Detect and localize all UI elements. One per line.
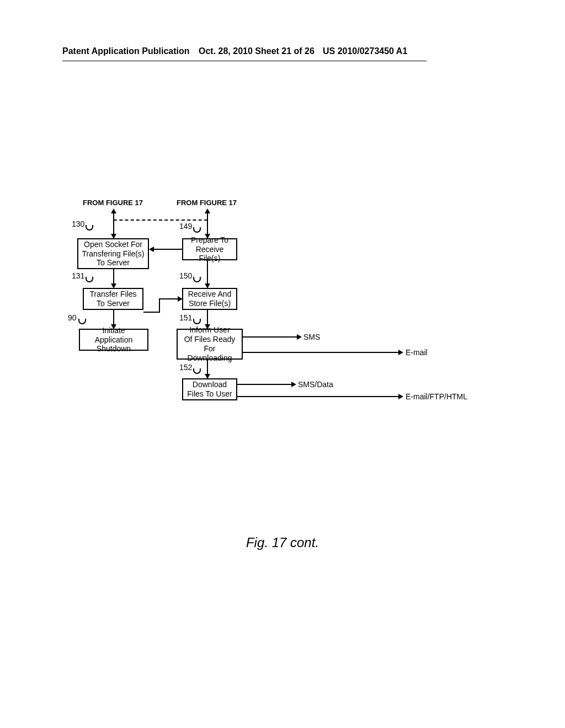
header-pubnum: US 2010/0273450 A1 <box>323 46 407 56</box>
box-text: Open Socket For Transfering File(s) To S… <box>82 240 144 267</box>
box-text: Download Files To User <box>187 380 232 399</box>
box-shutdown: Initiate Application Shutdown <box>79 329 148 351</box>
vline-131-90 <box>113 310 114 325</box>
arrowhead-152-emailftp <box>398 394 403 399</box>
box-inform-user: Inform User Of Files Ready For Downloadi… <box>177 329 243 360</box>
box-transfer-files: Transfer Files To Server <box>83 288 143 310</box>
box-text: Initiate Application Shutdown <box>83 326 144 354</box>
vline-131-150 <box>159 298 160 313</box>
arrowhead-131-150 <box>178 296 183 302</box>
dashed-connector <box>114 220 207 221</box>
arrowhead-152-smsdata <box>291 382 296 387</box>
hook-150 <box>193 277 201 282</box>
hline-151-email <box>243 352 399 353</box>
header-date-sheet: Oct. 28, 2010 Sheet 21 of 26 <box>199 46 315 56</box>
label-smsdata: SMS/Data <box>298 380 333 389</box>
vline-to-130 <box>113 220 114 235</box>
ref-152: 152 <box>179 363 192 372</box>
box-receive-store: Receive And Store File(s) <box>182 288 237 310</box>
vline-to-149 <box>207 220 208 235</box>
hline-131-out <box>143 312 160 313</box>
vline-151-152 <box>207 360 208 375</box>
ref-90: 90 <box>68 313 77 322</box>
arrowhead-151-email <box>398 350 403 355</box>
from-figure-label-right: FROM FIGURE 17 <box>177 199 237 207</box>
ref-130: 130 <box>72 220 84 228</box>
label-emailftp: E-mail/FTP/HTML <box>406 392 467 401</box>
label-email: E-mail <box>406 348 428 357</box>
header-rule <box>62 61 427 61</box>
box-prepare-receive: Prepare To Receive File(s) <box>182 238 237 260</box>
hook-131 <box>86 277 93 282</box>
ref-151: 151 <box>179 313 192 322</box>
arrowhead-151-sms <box>297 334 302 340</box>
ref-131: 131 <box>72 271 84 280</box>
ref-150: 150 <box>179 271 192 280</box>
from-figure-label-left: FROM FIGURE 17 <box>83 199 143 207</box>
box-open-socket: Open Socket For Transfering File(s) To S… <box>77 238 149 269</box>
box-text: Prepare To Receive File(s) <box>186 235 233 263</box>
box-text: Inform User Of Files Ready For Downloadi… <box>181 325 238 362</box>
vline-130-131 <box>113 269 114 285</box>
figure-title: Fig. 17 cont. <box>0 535 565 550</box>
label-sms: SMS <box>303 333 320 341</box>
hook-130 <box>86 225 93 231</box>
hook-149 <box>193 227 201 233</box>
hline-149-130 <box>153 249 182 250</box>
arrowhead-149-130 <box>149 247 154 252</box>
box-text: Transfer Files To Server <box>89 290 136 308</box>
box-text: Receive And Store File(s) <box>188 290 232 308</box>
hline-131-150 <box>159 298 178 299</box>
ref-149: 149 <box>179 222 192 231</box>
hook-152 <box>193 368 201 374</box>
header-publication: Patent Application Publication <box>62 46 190 56</box>
hline-151-sms <box>243 336 298 338</box>
flowchart-diagram: FROM FIGURE 17 FROM FIGURE 17 130 Open S… <box>0 199 565 529</box>
vline-150-151 <box>207 310 208 325</box>
vline-149-150 <box>207 260 208 285</box>
hline-152-smsdata <box>237 384 292 385</box>
hook-151 <box>193 319 201 324</box>
hline-152-emailftp <box>237 396 399 397</box>
box-download: Download Files To User <box>182 378 237 400</box>
hook-90 <box>78 319 86 324</box>
